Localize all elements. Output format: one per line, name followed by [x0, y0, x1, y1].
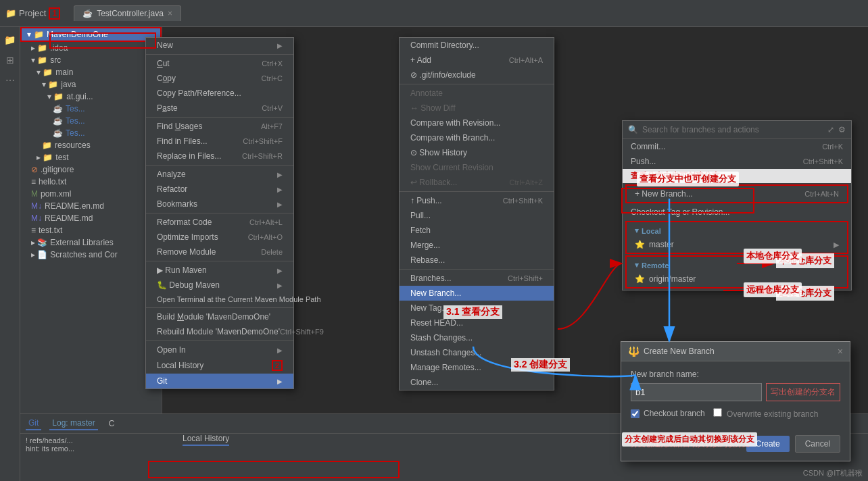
menu-copy-path[interactable]: Copy Path/Reference... — [146, 86, 293, 101]
tree-root[interactable]: ▾ 📁 MavenDemoOne — [20, 27, 162, 42]
plugins-icon[interactable]: ⋯ — [3, 73, 18, 88]
tree-java[interactable]: ▾ 📁 java — [20, 78, 162, 91]
menu-debug-maven[interactable]: 🐛 Debug Maven▶ — [146, 278, 293, 293]
menu-cut[interactable]: CutCtrl+X — [146, 56, 293, 71]
tab-close[interactable]: × — [168, 9, 172, 18]
menu-find-in-files[interactable]: Find in Files...Ctrl+Shift+F — [146, 134, 293, 149]
menu-push[interactable]: ↑ Push...Ctrl+Shift+K — [400, 193, 554, 208]
branch-commit[interactable]: Commit...Ctrl+K — [623, 139, 851, 154]
menu-run-maven[interactable]: ▶ Run Maven▶ — [146, 263, 293, 278]
menu-remove-module[interactable]: Remove ModuleDelete — [146, 245, 293, 259]
project-number-badge: 1 — [49, 7, 60, 20]
tree-src-label: src — [50, 55, 61, 65]
checkout-tag[interactable]: Checkout Tag or Revision... — [623, 205, 851, 220]
git-tab[interactable]: Git — [26, 417, 41, 430]
tree-hello[interactable]: ≡ hello.txt — [20, 176, 162, 188]
menu-reformat[interactable]: Reformat CodeCtrl+Alt+L — [146, 215, 293, 230]
tree-resources[interactable]: 📁 resources — [20, 139, 162, 151]
tree-idea-label: .idea — [50, 43, 68, 53]
tree-test-txt[interactable]: ≡ test.txt — [20, 224, 162, 236]
menu-local-history[interactable]: Local History 2 — [146, 357, 293, 374]
menu-merge[interactable]: Merge... — [400, 238, 554, 253]
remote-origin-master[interactable]: ⭐ origin/master — [627, 272, 847, 286]
menu-add[interactable]: + AddCtrl+Alt+A — [400, 53, 554, 68]
tree-test[interactable]: ▸ 📁 test — [20, 151, 162, 163]
menu-git[interactable]: Git▶ — [146, 374, 293, 388]
menu-clone[interactable]: Clone... — [400, 375, 554, 390]
menu-show-history[interactable]: ⊙ Show History — [400, 145, 554, 160]
tab-filename: TestController.java — [97, 9, 164, 18]
menu-replace-in-files[interactable]: Replace in Files...Ctrl+Shift+R — [146, 149, 293, 163]
sep3 — [146, 165, 293, 166]
menu-optimize-imports[interactable]: Optimize ImportsCtrl+Alt+O — [146, 230, 293, 245]
local-history-bottom-tab[interactable]: Local History — [183, 434, 229, 446]
tree-readme-en[interactable]: M↓ README.en.md — [20, 200, 162, 212]
c-tab[interactable]: C — [106, 417, 118, 430]
tree-src[interactable]: ▾ 📁 src — [20, 54, 162, 66]
tree-tes3[interactable]: ☕ Tes... — [20, 127, 162, 139]
folder-icon[interactable]: 📁 — [3, 32, 18, 47]
new-branch-button[interactable]: + New Branch... Ctrl+Alt+N — [625, 184, 848, 203]
tree-root-label: MavenDemoOne — [47, 30, 108, 39]
overwrite-checkbox-label: Overwrite existing branch — [713, 408, 819, 419]
tree-test-txt-label: test.txt — [39, 226, 62, 235]
branch-name-input[interactable] — [631, 383, 762, 401]
menu-copy[interactable]: CopyCtrl+C — [146, 71, 293, 86]
tree-tes2[interactable]: ☕ Tes... — [20, 115, 162, 127]
menu-fetch[interactable]: Fetch — [400, 223, 554, 238]
menu-rebase[interactable]: Rebase... — [400, 253, 554, 268]
cancel-button[interactable]: Cancel — [795, 435, 840, 453]
log-tab[interactable]: Log: master — [49, 417, 97, 430]
menu-open-in[interactable]: Open In▶ — [146, 343, 293, 357]
local-master[interactable]: ⭐ master ▶ — [627, 238, 847, 251]
tree-atgui-label: at.gui... — [66, 92, 93, 101]
annotation-remote-right: 远程仓库分支 — [744, 282, 802, 297]
tree-gitignore[interactable]: ⊘ .gitignore — [20, 163, 162, 176]
sep7 — [146, 340, 293, 341]
menu-find-usages[interactable]: Find UsagesAlt+F7 — [146, 119, 293, 134]
menu-stash[interactable]: Stash Changes... — [400, 330, 554, 345]
menu-compare-revision[interactable]: Compare with Revision... — [400, 116, 554, 130]
tree-scratches[interactable]: ▸ 📄 Scratches and Cor — [20, 249, 162, 261]
menu-new-branch[interactable]: New Branch... — [400, 286, 554, 301]
branch-push[interactable]: Push...Ctrl+Shift+K — [623, 154, 851, 169]
menu-commit-dir[interactable]: Commit Directory... — [400, 38, 554, 53]
dialog-close-button[interactable]: × — [838, 346, 843, 357]
tree-main[interactable]: ▾ 📁 main — [20, 66, 162, 78]
menu-show-current-rev: Show Current Revision — [400, 160, 554, 175]
menu-new[interactable]: New▶ — [146, 38, 293, 53]
branch-search-input[interactable] — [642, 125, 823, 134]
menu-open-terminal[interactable]: Open Terminal at the Current Maven Modul… — [146, 293, 293, 306]
tree-ext-libs[interactable]: ▸ 📚 External Libraries — [20, 236, 162, 249]
menu-git-exclude[interactable]: ⊘ .git/info/exclude — [400, 68, 554, 82]
menu-analyze[interactable]: Analyze▶ — [146, 167, 293, 182]
tree-tes3-label: Tes... — [66, 128, 85, 138]
tree-atgui[interactable]: ▾ 📁 at.gui... — [20, 91, 162, 103]
checkout-checkbox[interactable] — [631, 409, 640, 418]
tab-area: ☕ TestController.java × — [74, 5, 181, 21]
menu-bookmarks[interactable]: Bookmarks▶ — [146, 197, 293, 211]
menu-branches[interactable]: Branches...Ctrl+Shift+ — [400, 271, 554, 286]
structure-icon[interactable]: ⊞ — [3, 53, 18, 68]
menu-pull[interactable]: Pull... — [400, 208, 554, 223]
checkout-tag-label: Checkout Tag or Revision... — [631, 207, 730, 217]
tree-gitignore-label: .gitignore — [41, 165, 74, 174]
tree-pom[interactable]: M pom.xml — [20, 188, 162, 200]
local-section: ▾ Local ⭐ master ▶ — [625, 221, 848, 254]
dialog-input-row: 写出创建的分支名 — [631, 383, 840, 401]
menu-rebuild-module[interactable]: Rebuild Module 'MavenDemoOne'Ctrl+Shift+… — [146, 324, 293, 339]
tree-idea[interactable]: ▸ 📁 .idea — [20, 42, 162, 54]
tree-tes1[interactable]: ☕ Tes... — [20, 103, 162, 115]
tree-java-label: java — [61, 80, 76, 89]
overwrite-checkbox[interactable] — [713, 408, 722, 417]
menu-compare-branch[interactable]: Compare with Branch... — [400, 130, 554, 145]
menu-build-module[interactable]: Build Module 'MavenDemoOne' — [146, 309, 293, 324]
menu-paste[interactable]: PasteCtrl+V — [146, 101, 293, 116]
menu-refactor[interactable]: Refactor▶ — [146, 182, 293, 197]
project-title: Project — [19, 8, 46, 18]
file-tab[interactable]: ☕ TestController.java × — [74, 5, 181, 21]
annotation-auto-switch: 分支创建完成后自动其切换到该分支 — [622, 432, 757, 447]
sep6 — [146, 307, 293, 308]
tree-readme[interactable]: M↓ README.md — [20, 212, 162, 224]
new-branch-text: + New Branch... — [635, 189, 693, 199]
